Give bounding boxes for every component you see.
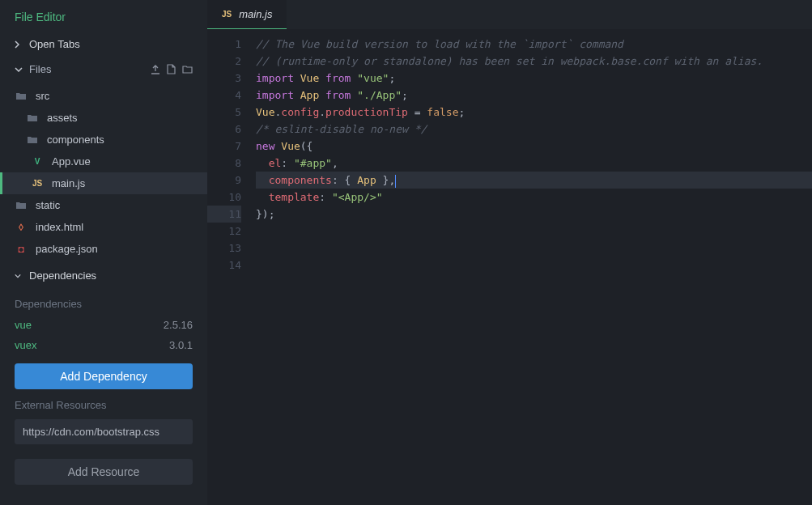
folder-icon <box>26 113 39 122</box>
line-number: 12 <box>207 223 241 240</box>
dependency-row[interactable]: vue 2.5.16 <box>0 315 207 335</box>
new-folder-icon[interactable] <box>182 65 193 74</box>
dependencies-panel: Dependencies vue 2.5.16 vuex 3.0.1 Add D… <box>0 288 207 493</box>
open-tabs-label: Open Tabs <box>29 38 80 50</box>
tab-mainjs[interactable]: JS main.js <box>207 0 287 29</box>
code-line[interactable]: Vue.config.productionTip = false; <box>256 104 812 121</box>
js-file-icon: JS <box>222 10 232 19</box>
code-line[interactable]: /* eslint-disable no-new */ <box>256 121 812 138</box>
dependency-version: 2.5.16 <box>164 319 193 331</box>
tree-folder-static[interactable]: static <box>0 194 207 216</box>
code-line[interactable]: components: { App }, <box>256 172 812 189</box>
folder-open-icon <box>15 91 28 100</box>
code-line[interactable]: // The Vue build version to load with th… <box>256 36 812 53</box>
add-dependency-button[interactable]: Add Dependency <box>15 363 193 389</box>
line-number: 6 <box>207 121 241 138</box>
code-line[interactable]: template: "<App/>" <box>256 189 812 206</box>
tree-label: App.vue <box>52 155 91 168</box>
code-line[interactable]: // (runtime-only or standalone) has been… <box>256 53 812 70</box>
code-line[interactable]: import App from "./App"; <box>256 87 812 104</box>
line-number: 2 <box>207 53 241 70</box>
tree-folder-components[interactable]: components <box>0 129 207 151</box>
line-number: 5 <box>207 104 241 121</box>
new-file-icon[interactable] <box>167 64 176 74</box>
code-line[interactable]: import Vue from "vue"; <box>256 70 812 87</box>
line-number: 1 <box>207 36 241 53</box>
vue-file-icon: V <box>31 157 44 166</box>
tree-file-appvue[interactable]: V App.vue <box>0 151 207 172</box>
code-line[interactable]: el: "#app", <box>256 155 812 172</box>
chevron-down-icon <box>15 67 21 72</box>
line-number: 9 <box>207 172 241 189</box>
sidebar: File Editor Open Tabs Files src <box>0 0 207 505</box>
line-number: 4 <box>207 87 241 104</box>
json-file-icon: ◘ <box>15 244 28 255</box>
tree-file-mainjs[interactable]: JS main.js <box>0 172 207 194</box>
file-tree: src assets components V App.vue JS main.… <box>0 82 207 263</box>
dependency-row[interactable]: vuex 3.0.1 <box>0 335 207 355</box>
code-content[interactable]: // The Vue build version to load with th… <box>256 36 812 505</box>
tab-bar: JS main.js <box>207 0 812 29</box>
line-number: 10 <box>207 189 241 206</box>
line-number: 3 <box>207 70 241 87</box>
main-area: JS main.js 1234567891011121314 // The Vu… <box>207 0 812 505</box>
external-resources-label: External Resources <box>0 394 207 416</box>
line-gutter: 1234567891011121314 <box>207 36 256 505</box>
tree-label: static <box>36 199 60 211</box>
tree-label: src <box>36 90 49 102</box>
js-file-icon: JS <box>31 179 44 188</box>
dependencies-sublabel: Dependencies <box>0 291 207 315</box>
files-label: Files <box>29 63 51 75</box>
tree-label: package.json <box>36 243 98 255</box>
upload-icon[interactable] <box>151 65 160 74</box>
section-files[interactable]: Files <box>0 57 207 82</box>
code-line[interactable]: }); <box>256 206 812 223</box>
html-file-icon: ◊ <box>15 222 28 233</box>
line-number: 8 <box>207 155 241 172</box>
tree-folder-src[interactable]: src <box>0 85 207 107</box>
folder-icon <box>26 135 39 144</box>
section-dependencies[interactable]: Dependencies <box>0 263 207 288</box>
line-number: 14 <box>207 257 241 274</box>
tab-filename: main.js <box>239 8 272 20</box>
tree-label: main.js <box>52 177 85 189</box>
tree-file-indexhtml[interactable]: ◊ index.html <box>0 216 207 238</box>
code-line[interactable]: new Vue({ <box>256 138 812 155</box>
sidebar-title: File Editor <box>0 0 207 32</box>
line-number: 7 <box>207 138 241 155</box>
tree-label: index.html <box>36 221 83 233</box>
dependency-name: vue <box>15 319 32 331</box>
code-editor[interactable]: 1234567891011121314 // The Vue build ver… <box>207 29 812 505</box>
tree-file-packagejson[interactable]: ◘ package.json <box>0 238 207 260</box>
dependency-version: 3.0.1 <box>169 339 193 351</box>
section-open-tabs[interactable]: Open Tabs <box>0 32 207 57</box>
dependencies-label: Dependencies <box>29 269 96 282</box>
external-resource-input[interactable] <box>15 419 193 444</box>
folder-icon <box>15 201 28 210</box>
tree-label: assets <box>47 112 78 124</box>
tree-label: components <box>47 134 104 146</box>
tree-folder-assets[interactable]: assets <box>0 107 207 129</box>
line-number: 11 <box>207 206 241 223</box>
add-resource-button[interactable]: Add Resource <box>15 459 193 485</box>
chevron-down-icon <box>15 274 21 278</box>
line-number: 13 <box>207 240 241 257</box>
dependency-name: vuex <box>15 339 36 351</box>
chevron-right-icon <box>15 40 21 49</box>
